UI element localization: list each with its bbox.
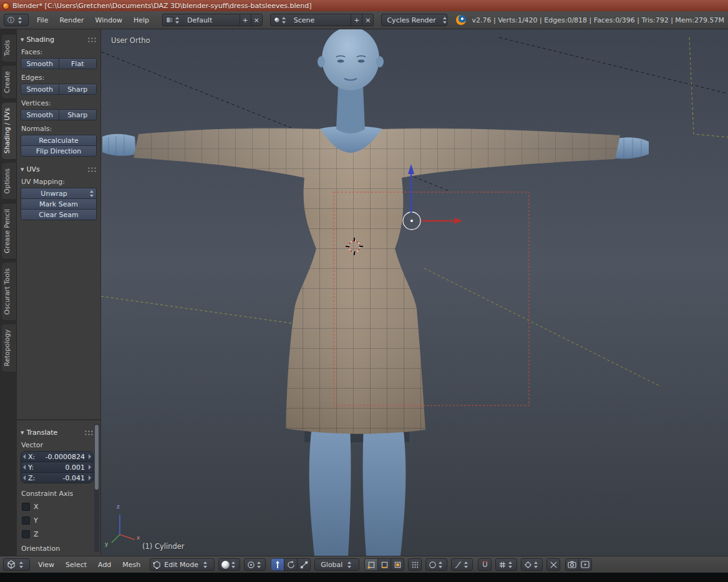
- left-eye: [337, 59, 344, 62]
- panel-drag-dots-icon[interactable]: [87, 167, 97, 172]
- pivot-point-selector[interactable]: [244, 558, 266, 571]
- translate-vector-fields: X: -0.0000824 Y: 0.001 Z: -0.041: [21, 451, 94, 483]
- axis-y-label: y: [105, 541, 108, 547]
- snap-target-selector[interactable]: [521, 558, 543, 571]
- viewport-shading-selector[interactable]: [218, 558, 240, 571]
- render-engine-selector[interactable]: Cycles Render: [381, 14, 447, 26]
- tab-create[interactable]: Create: [2, 65, 17, 99]
- viewport-canvas[interactable]: [101, 29, 728, 556]
- edge-select-icon: [381, 561, 389, 569]
- tab-shading-uvs[interactable]: Shading / UVs: [2, 102, 17, 160]
- constraint-y-label: Y: [34, 517, 38, 525]
- blender-app-icon: [2, 2, 9, 9]
- shelf-scrollbar-thumb[interactable]: [95, 425, 99, 490]
- edge-select-button[interactable]: [377, 558, 391, 571]
- flip-direction-button[interactable]: Flip Direction: [21, 145, 97, 157]
- proportional-falloff-selector[interactable]: [451, 558, 473, 571]
- tab-grease-pencil[interactable]: Grease Pencil: [2, 203, 17, 259]
- uvs-panel-header[interactable]: ▼ UVs: [21, 165, 97, 173]
- menu-render[interactable]: Render: [59, 16, 84, 24]
- panel-drag-dots-icon[interactable]: [87, 37, 97, 42]
- faces-flat-button[interactable]: Flat: [59, 59, 97, 69]
- tab-retopology[interactable]: Retopology: [2, 323, 17, 372]
- dropdown-arrows-icon: [443, 17, 447, 24]
- vertices-label: Vertices:: [21, 99, 97, 107]
- edges-smooth-button[interactable]: Smooth: [21, 84, 59, 94]
- increment-arrow-icon[interactable]: [89, 454, 91, 459]
- snap-toggle-button[interactable]: [478, 558, 492, 571]
- window-title: Blender* [C:\Users\Gretchen\Documents\DA…: [12, 2, 311, 10]
- proportional-editing-selector[interactable]: [425, 558, 447, 571]
- recalculate-normals-button[interactable]: Recalculate: [21, 135, 97, 146]
- snap-element-selector[interactable]: [495, 558, 517, 571]
- snap-magnet-icon: [481, 561, 489, 569]
- normals-buttons: Recalculate Flip Direction: [21, 135, 97, 157]
- tab-options[interactable]: Options: [2, 162, 17, 200]
- edges-sharp-button[interactable]: Sharp: [59, 84, 97, 94]
- face-select-button[interactable]: [391, 558, 404, 571]
- translate-panel-header[interactable]: ▼ Translate: [21, 429, 94, 437]
- dropdown-arrows-icon: [439, 561, 443, 568]
- mark-seam-button[interactable]: Mark Seam: [21, 198, 97, 210]
- auto-merge-button[interactable]: [546, 558, 560, 571]
- scene-icon: [274, 17, 280, 23]
- decrement-arrow-icon[interactable]: [23, 454, 26, 459]
- axis-z-label: z: [117, 503, 120, 510]
- scene-selector[interactable]: Scene + ×: [270, 14, 374, 26]
- screen-layout-selector[interactable]: Default + ×: [162, 14, 263, 26]
- unwrap-label: Unwrap: [21, 190, 87, 198]
- delete-layout-button[interactable]: ×: [251, 14, 262, 26]
- scale-manipulator-button[interactable]: [297, 558, 311, 571]
- shading-panel-header[interactable]: ▼ Shading: [21, 36, 97, 44]
- constraint-z-checkbox[interactable]: [22, 530, 30, 538]
- translate-y-field[interactable]: Y: 0.001: [21, 462, 94, 473]
- screen-layout-value: Default: [182, 16, 240, 24]
- vertices-sharp-button[interactable]: Sharp: [59, 110, 97, 120]
- transform-orientation-selector[interactable]: Global: [314, 558, 359, 571]
- add-scene-button[interactable]: +: [351, 14, 362, 26]
- tab-tools[interactable]: Tools: [2, 34, 17, 62]
- tab-oscurart-tools[interactable]: Oscurart Tools: [2, 262, 17, 321]
- vertices-shade-buttons: Smooth Sharp: [21, 109, 97, 120]
- proportional-edit-icon: [429, 561, 437, 569]
- delete-scene-button[interactable]: ×: [362, 14, 373, 26]
- mode-selector[interactable]: Edit Mode: [150, 558, 215, 571]
- opengl-render-animation-button[interactable]: [578, 558, 592, 571]
- merge-arrows-icon: [550, 561, 558, 569]
- right-leg: [363, 426, 406, 556]
- vertices-smooth-button[interactable]: Smooth: [21, 110, 59, 120]
- clear-seam-button[interactable]: Clear Seam: [21, 209, 97, 220]
- menu-file[interactable]: File: [37, 16, 48, 24]
- edges-label: Edges:: [21, 74, 97, 82]
- vertex-select-button[interactable]: [364, 558, 378, 571]
- increment-arrow-icon[interactable]: [89, 475, 91, 480]
- faces-smooth-button[interactable]: Smooth: [21, 59, 59, 69]
- increment-arrow-icon[interactable]: [89, 465, 91, 470]
- decrement-arrow-icon[interactable]: [23, 465, 26, 470]
- menu-add[interactable]: Add: [98, 561, 111, 569]
- menu-window[interactable]: Window: [95, 16, 122, 24]
- opengl-render-button[interactable]: [565, 558, 579, 571]
- add-layout-button[interactable]: +: [240, 14, 251, 26]
- left-leg: [309, 426, 351, 556]
- translate-x-field[interactable]: X: -0.0000824: [21, 451, 94, 462]
- translate-manipulator-button[interactable]: [271, 558, 284, 571]
- panel-drag-dots-icon[interactable]: [84, 430, 94, 435]
- editor-type-selector[interactable]: ⓘ: [4, 14, 29, 26]
- editor-type-selector-3dview[interactable]: [3, 558, 30, 571]
- opengl-render-anim-icon: [581, 561, 590, 568]
- menu-select[interactable]: Select: [66, 561, 87, 569]
- unwrap-dropdown[interactable]: Unwrap: [21, 188, 97, 199]
- menu-view[interactable]: View: [38, 561, 54, 569]
- menu-help[interactable]: Help: [133, 16, 149, 24]
- translate-z-field[interactable]: Z: -0.041: [21, 472, 94, 483]
- limit-selection-visible-button[interactable]: [408, 558, 422, 571]
- constraint-x-checkbox[interactable]: [22, 503, 30, 511]
- shelf-scrollbar[interactable]: [94, 424, 99, 552]
- 3d-viewport[interactable]: User Ortho (1) Cylinder x y z: [101, 29, 728, 556]
- decrement-arrow-icon[interactable]: [23, 475, 26, 480]
- title-bar[interactable]: Blender* [C:\Users\Gretchen\Documents\DA…: [0, 0, 728, 11]
- constraint-y-checkbox[interactable]: [22, 517, 30, 525]
- menu-mesh[interactable]: Mesh: [122, 561, 140, 569]
- rotate-manipulator-button[interactable]: [284, 558, 298, 571]
